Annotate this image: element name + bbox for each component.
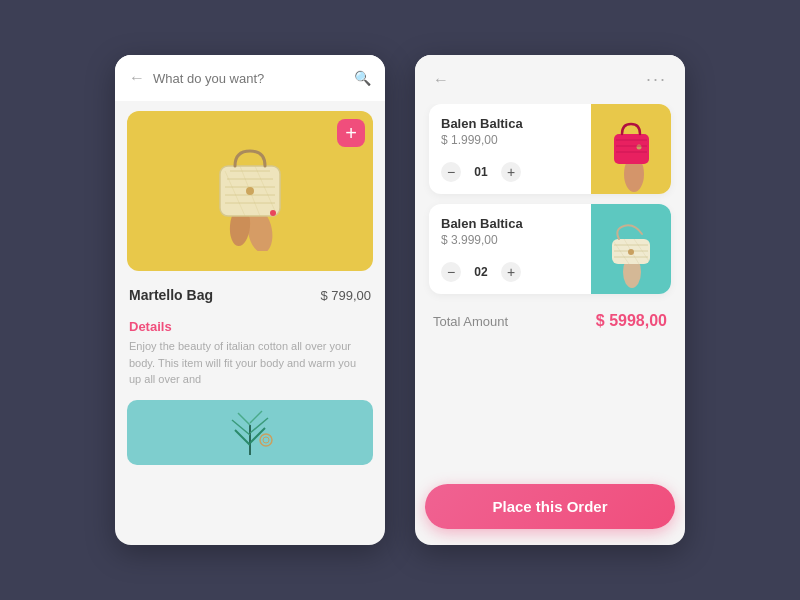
qty-minus-button[interactable]: −	[441, 162, 461, 182]
cart-item-image-background	[591, 204, 671, 294]
bag-illustration	[205, 131, 295, 251]
details-label: Details	[129, 319, 371, 334]
place-order-button[interactable]: Place this Order	[425, 484, 675, 529]
cart-item-image-background	[591, 104, 671, 194]
back-arrow-icon[interactable]: ←	[129, 69, 145, 87]
right-back-arrow-icon[interactable]: ←	[433, 71, 449, 89]
total-label: Total Amount	[433, 314, 508, 329]
cart-item-info: Balen Baltica $ 3.999,00 − 02 +	[429, 204, 591, 294]
cart-item-image	[591, 104, 671, 194]
search-icon[interactable]: 🔍	[354, 70, 371, 86]
qty-plus-button[interactable]: +	[501, 162, 521, 182]
product-info-row: Martello Bag $ 799,00	[127, 283, 373, 307]
right-content: Balen Baltica $ 1.999,00 − 01 +	[415, 104, 685, 484]
left-content: + Martello Bag $ 799,00 Details Enjoy th…	[115, 101, 385, 545]
svg-point-12	[270, 210, 276, 216]
cart-item-image	[591, 204, 671, 294]
search-input[interactable]	[153, 71, 346, 86]
right-panel: ← ··· Balen Baltica $ 1.999,00 − 01 +	[415, 55, 685, 545]
dots-menu-icon[interactable]: ···	[646, 69, 667, 90]
cart-item-price: $ 1.999,00	[441, 133, 579, 147]
cart-item-2-image	[604, 204, 659, 294]
svg-rect-23	[614, 134, 649, 164]
svg-point-36	[628, 249, 634, 255]
cart-item-name: Balen Baltica	[441, 216, 579, 231]
left-panel: ← 🔍	[115, 55, 385, 545]
qty-control: − 01 +	[441, 162, 579, 182]
details-section: Details Enjoy the beauty of italian cott…	[127, 319, 373, 388]
cart-item: Balen Baltica $ 1.999,00 − 01 +	[429, 104, 671, 194]
cart-item-info: Balen Baltica $ 1.999,00 − 01 +	[429, 104, 591, 194]
product-image-wrap: +	[127, 111, 373, 271]
cart-item-price: $ 3.999,00	[441, 233, 579, 247]
qty-control: − 02 +	[441, 262, 579, 282]
svg-point-20	[260, 434, 272, 446]
qty-plus-button[interactable]: +	[501, 262, 521, 282]
svg-point-11	[246, 187, 254, 195]
cart-item-1-image	[604, 104, 659, 194]
qty-value: 01	[471, 165, 491, 179]
search-bar: ← 🔍	[115, 55, 385, 101]
total-amount: $ 5998,00	[596, 312, 667, 330]
cart-item-name: Balen Baltica	[441, 116, 579, 131]
cart-item: Balen Baltica $ 3.999,00 − 02 +	[429, 204, 671, 294]
add-to-cart-button[interactable]: +	[337, 119, 365, 147]
total-row: Total Amount $ 5998,00	[429, 308, 671, 334]
qty-value: 02	[471, 265, 491, 279]
product-name: Martello Bag	[129, 287, 213, 303]
details-text: Enjoy the beauty of italian cotton all o…	[129, 338, 371, 388]
second-product-image	[220, 405, 280, 460]
svg-point-24	[636, 145, 641, 150]
right-header: ← ···	[415, 55, 685, 104]
qty-minus-button[interactable]: −	[441, 262, 461, 282]
product-price: $ 799,00	[320, 288, 371, 303]
svg-line-18	[238, 413, 250, 425]
second-product-preview[interactable]	[127, 400, 373, 465]
svg-line-19	[250, 411, 262, 423]
svg-point-21	[263, 437, 269, 443]
